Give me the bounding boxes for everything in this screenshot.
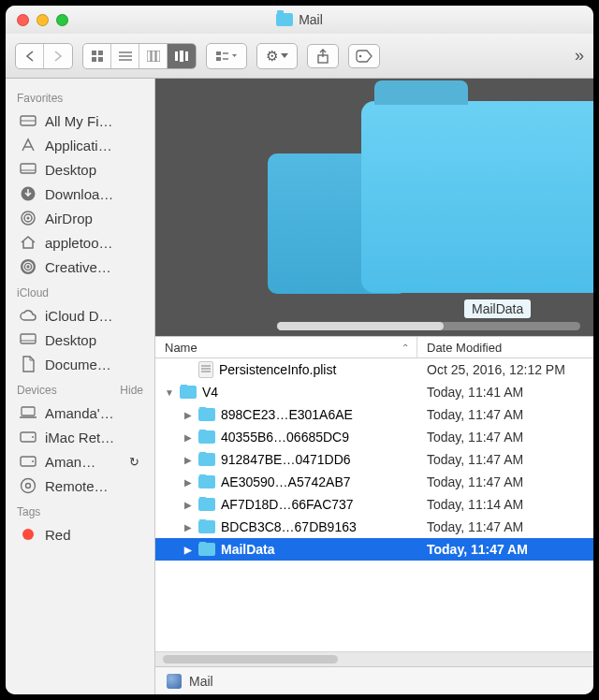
sidebar-section-hide-button[interactable]: Hide (120, 384, 143, 397)
file-row[interactable]: ▼V4Today, 11:41 AM (155, 381, 593, 403)
sidebar-item[interactable]: Docume… (6, 352, 154, 376)
file-row[interactable]: ▶AF7D18D…66FAC737Today, 11:14 AM (155, 493, 593, 516)
forward-button[interactable] (44, 44, 72, 68)
action-button[interactable]: ⚙︎ (257, 44, 297, 68)
svg-rect-12 (185, 51, 188, 61)
disclosure-triangle-icon[interactable]: ▶ (183, 455, 193, 465)
file-name: 912847BE…0471DD6 (221, 452, 351, 467)
file-row[interactable]: ▶40355B6…06685DC9Today, 11:47 AM (155, 426, 593, 448)
file-name: PersistenceInfo.plist (219, 362, 336, 377)
apps-icon (19, 137, 37, 153)
mail-app-icon (167, 674, 182, 689)
sidebar-item-label: Creative… (45, 259, 111, 275)
coverflow-view-button[interactable] (168, 44, 196, 68)
file-date: Today, 11:47 AM (417, 474, 593, 489)
disclosure-triangle-icon[interactable]: ▶ (183, 432, 193, 443)
list-view-button[interactable] (111, 44, 139, 68)
sidebar-item[interactable]: appletoo… (6, 230, 154, 255)
window-body: FavoritesAll My Fi…Applicati…DesktopDown… (6, 79, 593, 694)
sidebar-item-label: Red (45, 527, 71, 543)
sidebar-item[interactable]: Remote… (6, 474, 154, 498)
disclosure-triangle-icon[interactable]: ▶ (183, 522, 193, 532)
sidebar-item-label: Remote… (45, 478, 109, 494)
folder-icon (276, 13, 293, 26)
sidebar-section-title: Devices (17, 384, 57, 397)
svg-rect-7 (147, 51, 151, 62)
desktop-icon (19, 161, 37, 178)
toolbar: ⚙︎ » (6, 34, 593, 79)
window-title-text: Mail (299, 12, 323, 27)
svg-rect-1 (98, 51, 103, 55)
coverflow-area[interactable]: MailData (155, 79, 593, 336)
file-date: Today, 11:41 AM (417, 385, 593, 400)
file-name: 898CE23…E301A6AE (221, 407, 353, 422)
file-date: Oct 25, 2016, 12:12 PM (417, 362, 593, 377)
docs-icon (19, 356, 37, 372)
column-view-button[interactable] (139, 44, 168, 68)
sidebar-item[interactable]: Aman…↻ (6, 449, 154, 474)
back-button[interactable] (16, 44, 44, 68)
sidebar-item[interactable]: Creative… (6, 255, 154, 279)
disclosure-triangle-icon[interactable]: ▶ (183, 410, 193, 420)
coverflow-caption: MailData (464, 299, 531, 318)
path-bar[interactable]: Mail (155, 666, 593, 694)
svg-point-34 (32, 436, 34, 438)
disk-icon (19, 112, 37, 129)
arrange-segment (206, 43, 247, 69)
tags-button[interactable] (348, 44, 380, 68)
sidebar-item[interactable]: iMac Ret… (6, 425, 154, 449)
icon-view-button[interactable] (83, 44, 111, 68)
sidebar-item[interactable]: AirDrop (6, 206, 154, 230)
disclosure-triangle-icon[interactable]: ▶ (183, 500, 193, 510)
arrange-button[interactable] (207, 44, 246, 68)
coverflow-scrollbar[interactable] (277, 322, 580, 330)
sidebar: FavoritesAll My Fi…Applicati…DesktopDown… (6, 79, 155, 694)
column-headers: Name ⌃ Date Modified (155, 336, 593, 358)
sidebar-item-label: AirDrop (45, 211, 93, 226)
file-row[interactable]: ▶AE30590…A5742AB7Today, 11:47 AM (155, 471, 593, 493)
file-row[interactable]: ▶898CE23…E301A6AEToday, 11:47 AM (155, 403, 593, 426)
sidebar-item[interactable]: All My Fi… (6, 109, 154, 133)
sidebar-item[interactable]: Red (6, 522, 154, 547)
disclosure-triangle-icon[interactable]: ▶ (183, 545, 193, 555)
sidebar-item-label: Downloa… (45, 186, 113, 202)
sync-icon: ↻ (129, 455, 145, 469)
file-row[interactable]: ▶912847BE…0471DD6Today, 11:47 AM (155, 448, 593, 471)
file-list-scrollbar[interactable] (155, 651, 593, 666)
svg-rect-0 (92, 51, 96, 55)
svg-rect-9 (156, 51, 160, 62)
sidebar-item-label: appletoo… (45, 235, 113, 251)
disclosure-triangle-icon[interactable]: ▼ (165, 387, 174, 398)
file-row[interactable]: PersistenceInfo.plistOct 25, 2016, 12:12… (155, 358, 593, 381)
remote-icon (19, 477, 37, 494)
svg-rect-3 (98, 57, 103, 62)
svg-rect-2 (92, 57, 96, 62)
svg-rect-13 (216, 51, 221, 55)
share-button[interactable] (307, 44, 339, 68)
sidebar-item[interactable]: iCloud D… (6, 303, 154, 328)
svg-point-38 (26, 484, 31, 489)
svg-rect-32 (22, 407, 35, 416)
name-column-header[interactable]: Name ⌃ (155, 337, 417, 357)
sidebar-item[interactable]: Downloa… (6, 182, 154, 206)
file-date: Today, 11:14 AM (417, 497, 593, 512)
airdrop-icon (19, 210, 37, 226)
hd-icon (19, 429, 37, 445)
file-date: Today, 11:47 AM (417, 542, 593, 557)
folder-icon (198, 475, 215, 489)
svg-rect-10 (175, 51, 178, 61)
sidebar-item[interactable]: Desktop (6, 328, 154, 352)
svg-point-18 (359, 54, 362, 57)
toolbar-overflow-button[interactable]: » (575, 46, 584, 66)
file-date: Today, 11:47 AM (417, 519, 593, 534)
file-row[interactable]: ▶MailDataToday, 11:47 AM (155, 538, 593, 561)
folder-icon (180, 386, 197, 399)
sidebar-item[interactable]: Applicati… (6, 133, 154, 157)
file-row[interactable]: ▶BDCB3C8…67DB9163Today, 11:47 AM (155, 516, 593, 538)
sidebar-item[interactable]: Desktop (6, 157, 154, 182)
sidebar-item[interactable]: Amanda'… (6, 401, 154, 425)
date-column-header[interactable]: Date Modified (417, 337, 593, 357)
svg-rect-30 (21, 334, 36, 343)
disclosure-triangle-icon[interactable]: ▶ (183, 477, 193, 488)
sidebar-section-title: Tags (17, 505, 40, 518)
